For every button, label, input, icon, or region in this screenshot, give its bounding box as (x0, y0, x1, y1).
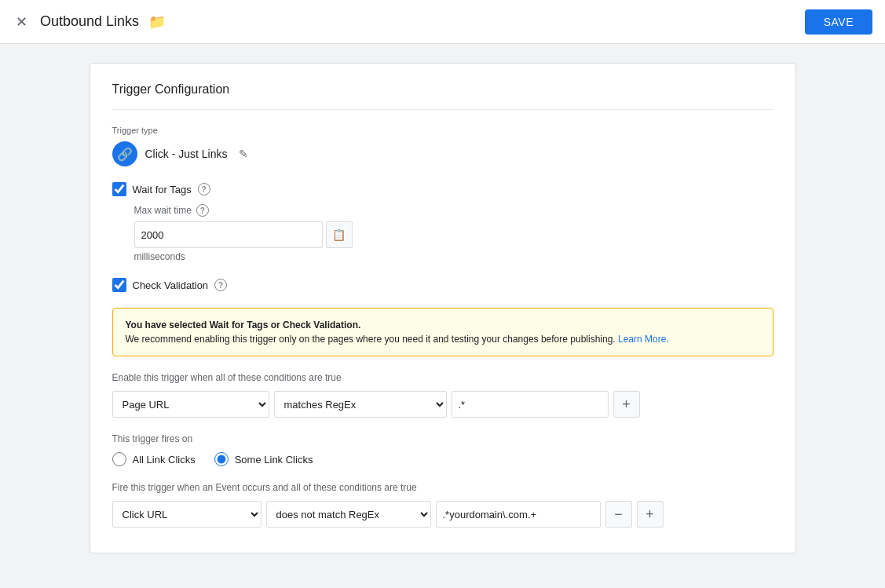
all-link-clicks-option[interactable]: All Link Clicks (112, 452, 196, 466)
max-wait-picker-button[interactable]: 📋 (326, 221, 353, 248)
trigger-type-row: 🔗 Click - Just Links ✎ (112, 141, 773, 166)
some-link-clicks-option[interactable]: Some Link Clicks (214, 452, 313, 466)
warning-title: You have selected Wait for Tags or Check… (126, 320, 760, 331)
all-link-clicks-radio[interactable] (112, 452, 126, 466)
warning-box: You have selected Wait for Tags or Check… (112, 308, 773, 356)
max-wait-section: Max wait time ? 📋 milliseconds (134, 204, 773, 262)
milliseconds-label: milliseconds (134, 251, 773, 262)
warning-body-text: We recommend enabling this trigger only … (126, 334, 616, 345)
calendar-icon: 📋 (332, 228, 346, 241)
save-button[interactable]: SAVE (805, 9, 872, 35)
fire-when-label: Fire this trigger when an Event occurs a… (112, 482, 773, 493)
some-link-clicks-label: Some Link Clicks (235, 454, 313, 466)
remove-fire-condition-button[interactable]: − (605, 501, 632, 528)
trigger-config-card: Trigger Configuration Trigger type 🔗 Cli… (90, 63, 796, 553)
fires-on-label: This trigger fires on (112, 433, 773, 444)
warning-body: We recommend enabling this trigger only … (126, 334, 760, 345)
add-fire-condition-button[interactable]: + (637, 501, 664, 528)
max-wait-time-label-row: Max wait time ? (134, 204, 773, 217)
max-wait-time-help-icon[interactable]: ? (196, 204, 209, 217)
topbar: ✕ Outbound Links 📁 SAVE (0, 0, 885, 44)
close-icon: ✕ (16, 13, 27, 31)
trigger-name: Click - Just Links (145, 148, 228, 160)
fire-condition-row: Click URL does not match RegEx − + (112, 501, 773, 528)
wait-for-tags-label[interactable]: Wait for Tags (133, 184, 192, 195)
enable-condition-row: Page URL matches RegEx + (112, 391, 773, 418)
trigger-type-label: Trigger type (112, 126, 773, 135)
max-wait-input-row: 📋 (134, 221, 773, 248)
edit-icon: ✎ (239, 148, 248, 160)
condition-field2-select[interactable]: matches RegEx (274, 391, 447, 418)
wait-for-tags-row: Wait for Tags ? (112, 182, 773, 196)
page-title: Outbound Links (40, 13, 139, 30)
main-content: Trigger Configuration Trigger type 🔗 Cli… (0, 44, 885, 572)
plus-icon: + (622, 396, 631, 413)
check-validation-label[interactable]: Check Validation (133, 279, 209, 291)
folder-icon[interactable]: 📁 (148, 13, 166, 31)
minus-icon: − (614, 506, 623, 523)
wait-for-tags-checkbox[interactable] (112, 182, 126, 196)
fire-value-input[interactable] (436, 501, 601, 528)
card-title: Trigger Configuration (112, 82, 773, 110)
edit-trigger-button[interactable]: ✎ (236, 144, 251, 163)
fires-on-radio-row: All Link Clicks Some Link Clicks (112, 452, 773, 466)
max-wait-time-label: Max wait time (134, 205, 192, 216)
enable-section-label: Enable this trigger when all of these co… (112, 372, 773, 383)
add-condition-button[interactable]: + (613, 391, 640, 418)
check-validation-help-icon[interactable]: ? (214, 279, 227, 291)
some-link-clicks-radio[interactable] (214, 452, 229, 466)
max-wait-time-input[interactable] (134, 221, 323, 248)
plus-icon-fire: + (645, 506, 654, 523)
check-validation-row: Check Validation ? (112, 278, 773, 292)
check-validation-checkbox[interactable] (112, 278, 126, 292)
condition-value-input[interactable] (452, 391, 609, 418)
all-link-clicks-label: All Link Clicks (133, 454, 196, 466)
close-button[interactable]: ✕ (13, 10, 31, 34)
topbar-left: ✕ Outbound Links 📁 (13, 10, 166, 34)
fire-field1-select[interactable]: Click URL (112, 501, 261, 528)
wait-for-tags-help-icon[interactable]: ? (198, 183, 210, 195)
condition-field1-select[interactable]: Page URL (112, 391, 269, 418)
trigger-type-icon: 🔗 (112, 141, 137, 166)
fire-field2-select[interactable]: does not match RegEx (266, 501, 431, 528)
link-icon: 🔗 (117, 147, 133, 162)
learn-more-link[interactable]: Learn More. (618, 334, 669, 345)
